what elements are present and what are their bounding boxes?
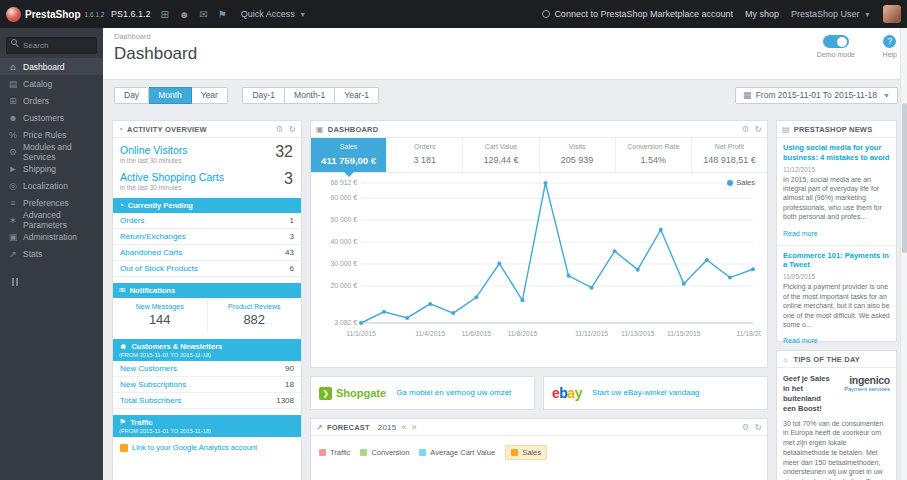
customers-newsletters-subtitle: (FROM 2015-11-01 TO 2015-11-18): [119, 352, 211, 358]
vertical-scrollbar[interactable]: [900, 28, 907, 480]
ingenico-subtitle: Payment services: [836, 386, 890, 392]
ebay-module-card: ebay Start uw eBay-winkel vandaag: [543, 376, 768, 410]
gear-icon[interactable]: ⚙: [276, 124, 284, 134]
cart-icon[interactable]: ⊞: [161, 9, 169, 20]
new-customers-link[interactable]: New Customers: [120, 364, 177, 373]
tips-intro: Geef je Sales in het buitenland een Boos…: [777, 368, 896, 419]
search-input[interactable]: [6, 37, 97, 54]
currently-pending-header: ◔ Currently Pending: [113, 198, 301, 213]
flag-icon[interactable]: ⚑: [218, 9, 227, 20]
svg-text:66 912 €: 66 912 €: [331, 179, 358, 186]
sidebar-collapse-button[interactable]: [0, 262, 103, 290]
active-carts-link[interactable]: Active Shopping Carts: [120, 171, 294, 183]
average-cart-value-swatch-icon: [419, 449, 426, 456]
out-of-stock-link[interactable]: Out of Stock Products: [120, 264, 198, 273]
kpi-orders[interactable]: Orders 3 181: [387, 138, 463, 172]
ebay-link[interactable]: Start uw eBay-winkel vandaag: [592, 388, 700, 398]
forecast-metric-traffic[interactable]: Traffic: [319, 448, 350, 457]
sidebar-item-preferences[interactable]: ≡ Preferences: [0, 194, 103, 211]
kpi-row: Sales 411 759,00 € Orders 3 181 Cart Val…: [311, 138, 767, 173]
next-year-button[interactable]: »: [412, 422, 417, 432]
kpi-value: 411 759,00 €: [312, 155, 385, 166]
sidebar-item-catalog[interactable]: ▤ Catalog: [0, 75, 103, 92]
sidebar-item-label: Price Rules: [23, 130, 66, 140]
marketplace-connect-link[interactable]: Connect to PrestaShop Marketplace accoun…: [542, 9, 733, 19]
range-year-button[interactable]: Year: [192, 87, 228, 104]
kpi-net-profit[interactable]: Net Profit 148 918,51 €: [692, 138, 767, 172]
range-year-1-button[interactable]: Year-1: [335, 87, 379, 104]
help-icon[interactable]: ?: [883, 35, 896, 48]
out-of-stock-value: 6: [290, 264, 294, 273]
online-visitors-value: 32: [275, 143, 293, 161]
news-article-link[interactable]: Ecommerce 101: Payments in a Tweet: [783, 251, 890, 271]
user-menu[interactable]: PrestaShop User ▼: [791, 9, 871, 19]
sidebar-item-modules[interactable]: ⚙ Modules and Services: [0, 143, 103, 160]
news-article-excerpt: Picking a payment provider is one of the…: [783, 282, 890, 329]
avatar[interactable]: [883, 5, 901, 23]
abandoned-carts-link[interactable]: Abandoned Carts: [120, 248, 182, 257]
refresh-icon[interactable]: ↻: [755, 124, 762, 134]
mail-icon[interactable]: ✉: [199, 9, 207, 20]
kpi-visits[interactable]: Visits 205 939: [540, 138, 616, 172]
shipping-icon: ►: [8, 164, 18, 174]
forecast-metric-sales[interactable]: Sales: [505, 445, 547, 460]
kpi-sales[interactable]: Sales 411 759,00 €: [311, 138, 387, 172]
sidebar-item-price-rules[interactable]: % Price Rules: [0, 126, 103, 143]
tips-body-text: 30 tot 70% van de consumenten in Europa …: [777, 419, 896, 480]
shopgate-link[interactable]: Ga mobiel en verhoog uw omzet: [396, 388, 511, 398]
new-subscriptions-link[interactable]: New Subscriptions: [120, 380, 186, 389]
date-range-picker[interactable]: ▦ From 2015-11-01 To 2015-11-18 ▼: [735, 87, 898, 104]
sidebar-item-shipping[interactable]: ► Shipping: [0, 160, 103, 177]
new-messages-cell[interactable]: New Messages 144: [113, 298, 207, 333]
kpi-cart-value[interactable]: Cart Value 129,44 €: [463, 138, 539, 172]
sidebar-item-localization[interactable]: ◎ Localization: [0, 177, 103, 194]
forecast-metric-average-cart-value[interactable]: Average Cart Value: [419, 448, 495, 457]
sidebar-item-label: Modules and Services: [23, 142, 103, 162]
chart-legend[interactable]: Sales: [727, 178, 755, 187]
sidebar-item-customers[interactable]: ☻ Customers: [0, 109, 103, 126]
forecast-metric-conversion[interactable]: Conversion: [360, 448, 409, 457]
range-month-button[interactable]: Month: [149, 87, 192, 104]
kpi-conversion-rate[interactable]: Conversion Rate 1.54%: [616, 138, 692, 172]
range-day-button[interactable]: Day: [114, 87, 149, 104]
demo-mode-toggle[interactable]: [823, 35, 849, 48]
dashboard-panel-header: ▣ DASHBOARD ⚙ ↻: [311, 121, 767, 138]
total-subscribers-link[interactable]: Total Subscribers: [120, 396, 181, 405]
gear-icon[interactable]: ⚙: [742, 124, 750, 134]
sidebar-search: [6, 34, 97, 54]
traffic-swatch-icon: [319, 449, 326, 456]
sidebar-item-label: Stats: [23, 249, 42, 259]
my-shop-link[interactable]: My shop: [745, 9, 779, 19]
tips-panel-header: ☼ TIPS OF THE DAY: [777, 351, 896, 368]
quick-access-menu[interactable]: Quick Access ▼: [241, 9, 306, 19]
sidebar-item-dashboard[interactable]: ⌂ Dashboard: [0, 58, 103, 75]
read-more-link[interactable]: Read more: [783, 230, 818, 237]
caret-down-icon: ▼: [883, 88, 890, 103]
gear-icon[interactable]: ⚙: [742, 422, 750, 432]
news-article-link[interactable]: Using social media for your business: 4 …: [783, 143, 890, 163]
product-reviews-cell[interactable]: Product Reviews 882: [207, 298, 302, 333]
customers-shortcut-icon[interactable]: ☻: [179, 9, 190, 20]
returns-link[interactable]: Return/Exchanges: [120, 232, 186, 241]
refresh-icon[interactable]: ↻: [755, 422, 762, 432]
online-visitors-link[interactable]: Online Visitors: [120, 144, 294, 156]
scrollbar-thumb[interactable]: [902, 103, 907, 253]
google-analytics-link[interactable]: Link to your Google Analytics account: [113, 437, 301, 458]
range-month-1-button[interactable]: Month-1: [285, 87, 335, 104]
sidebar-item-stats[interactable]: ↗ Stats: [0, 245, 103, 262]
previous-year-button[interactable]: «: [401, 422, 406, 432]
sidebar-item-orders[interactable]: ⊞ Orders: [0, 92, 103, 109]
currently-pending-title: Currently Pending: [128, 201, 193, 210]
sidebar-item-advanced-parameters[interactable]: ∗ Advanced Parameters: [0, 211, 103, 228]
range-day-1-button[interactable]: Day-1: [242, 87, 285, 104]
shop-name-link[interactable]: PS1.6.1.2: [111, 9, 151, 19]
svg-text:11/8/2015: 11/8/2015: [508, 330, 538, 337]
refresh-icon[interactable]: ↻: [289, 124, 296, 134]
previous-range-group: Day-1 Month-1 Year-1: [242, 87, 379, 104]
read-more-link[interactable]: Read more: [783, 337, 818, 344]
prestashop-brand[interactable]: PrestaShop 1.6.1.2: [0, 7, 103, 22]
pending-orders-link[interactable]: Orders: [120, 216, 144, 225]
product-reviews-value: 882: [210, 312, 300, 327]
kpi-value: 3 181: [388, 155, 461, 165]
sidebar-item-administration[interactable]: ▣ Administration: [0, 228, 103, 245]
